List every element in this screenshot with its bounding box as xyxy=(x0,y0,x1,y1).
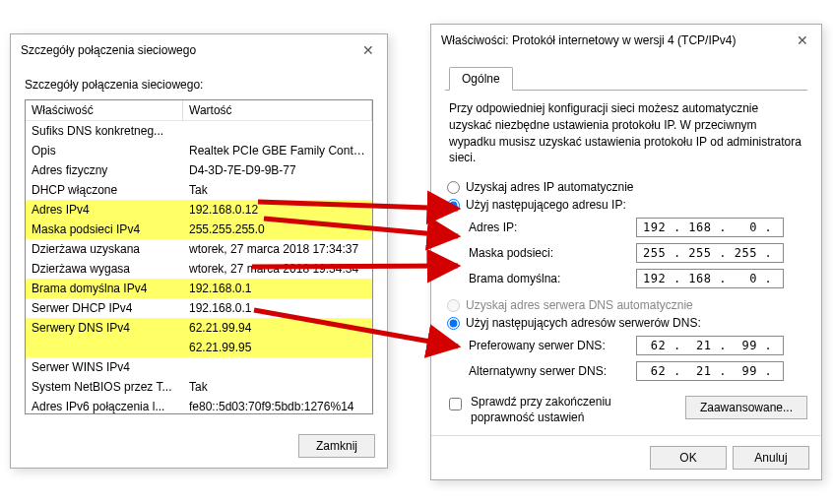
input-default-gateway[interactable] xyxy=(636,269,784,288)
tab-general[interactable]: Ogólne xyxy=(449,67,513,91)
property-cell: Serwer DHCP IPv4 xyxy=(26,298,183,318)
titlebar-left: Szczegóły połączenia sieciowego ✕ xyxy=(11,34,387,66)
property-cell: Adres fizyczny xyxy=(26,160,183,180)
property-cell: DHCP włączone xyxy=(26,180,183,200)
value-cell: 192.168.0.1 xyxy=(183,279,372,298)
table-row[interactable]: 62.21.99.95 xyxy=(26,338,372,357)
label-dns-manual: Użyj następujących adresów serwerów DNS: xyxy=(466,316,701,330)
table-row[interactable]: Dzierżawa uzyskanawtorek, 27 marca 2018 … xyxy=(26,239,372,259)
value-cell: wtorek, 27 marca 2018 19:34:34 xyxy=(183,259,372,279)
table-row[interactable]: OpisRealtek PCIe GBE Family Controller xyxy=(26,141,372,160)
property-cell: Serwery DNS IPv4 xyxy=(26,318,183,338)
table-row[interactable]: Serwer DHCP IPv4192.168.0.1 xyxy=(26,298,372,318)
close-button[interactable]: Zamknij xyxy=(298,434,375,458)
details-subtitle: Szczegóły połączenia sieciowego: xyxy=(25,78,373,92)
radio-ip-manual[interactable] xyxy=(447,199,460,212)
value-cell: Realtek PCIe GBE Family Controller xyxy=(183,141,372,160)
table-row[interactable]: Adres fizycznyD4-3D-7E-D9-9B-77 xyxy=(26,160,372,180)
column-header-property[interactable]: Właściwość xyxy=(26,100,183,121)
value-cell: 192.168.0.1 xyxy=(183,298,372,318)
label-ip-address: Adres IP: xyxy=(469,220,636,234)
cancel-button[interactable]: Anuluj xyxy=(733,446,809,470)
table-row[interactable]: DHCP włączoneTak xyxy=(26,180,372,200)
radio-ip-auto[interactable] xyxy=(447,181,460,194)
ok-button[interactable]: OK xyxy=(650,446,727,470)
value-cell: 62.21.99.95 xyxy=(183,338,372,357)
property-cell: Maska podsieci IPv4 xyxy=(26,220,183,239)
label-preferred-dns: Preferowany serwer DNS: xyxy=(469,339,636,352)
label-dns-auto: Uzyskaj adres serwera DNS automatycznie xyxy=(466,298,693,312)
value-cell xyxy=(183,121,372,141)
table-row[interactable]: Dzierżawa wygasawtorek, 27 marca 2018 19… xyxy=(26,259,372,279)
table-row[interactable]: Maska podsieci IPv4255.255.255.0 xyxy=(26,220,372,239)
ipv4-properties-dialog: Właściwości: Protokół internetowy w wers… xyxy=(430,24,822,480)
table-row[interactable]: System NetBIOS przez T...Tak xyxy=(26,377,372,397)
property-cell: Brama domyślna IPv4 xyxy=(26,279,183,298)
radio-dns-manual[interactable] xyxy=(447,317,460,330)
label-subnet-mask: Maska podsieci: xyxy=(469,246,636,260)
input-preferred-dns[interactable] xyxy=(636,336,784,355)
label-ip-auto: Uzyskaj adres IP automatycznie xyxy=(466,180,634,194)
property-cell: Dzierżawa wygasa xyxy=(26,259,183,279)
value-cell: Tak xyxy=(183,377,372,397)
radio-dns-auto xyxy=(447,299,460,312)
table-row[interactable]: Serwery DNS IPv462.21.99.94 xyxy=(26,318,372,338)
column-header-value[interactable]: Wartość xyxy=(183,100,372,121)
property-cell: Sufiks DNS konkretneg... xyxy=(26,121,183,141)
property-cell: Serwer WINS IPv4 xyxy=(26,357,183,377)
input-alternate-dns[interactable] xyxy=(636,361,784,381)
table-row[interactable]: Serwer WINS IPv4 xyxy=(26,357,372,377)
value-cell: D4-3D-7E-D9-9B-77 xyxy=(183,160,372,180)
advanced-button[interactable]: Zaawansowane... xyxy=(685,396,807,419)
description-text: Przy odpowiedniej konfiguracji sieci moż… xyxy=(449,100,803,166)
input-subnet-mask[interactable] xyxy=(636,243,784,263)
checkbox-validate-settings[interactable] xyxy=(449,398,462,410)
window-title: Właściwości: Protokół internetowy w wers… xyxy=(441,33,794,47)
table-row[interactable]: Sufiks DNS konkretneg... xyxy=(26,121,372,141)
value-cell: Tak xyxy=(183,180,372,200)
close-icon[interactable]: ✕ xyxy=(359,42,377,58)
window-title: Szczegóły połączenia sieciowego xyxy=(21,43,359,57)
tab-strip: Ogólne xyxy=(445,66,807,91)
table-row[interactable]: Brama domyślna IPv4192.168.0.1 xyxy=(26,279,372,298)
value-cell: 62.21.99.94 xyxy=(183,318,372,338)
value-cell: fe80::5d03:70f9:5bdb:1276%14 xyxy=(183,397,372,414)
property-cell: Adres IPv6 połączenia l... xyxy=(26,397,183,414)
table-row[interactable]: Adres IPv6 połączenia l...fe80::5d03:70f… xyxy=(26,397,372,414)
table-row[interactable]: Adres IPv4192.168.0.12 xyxy=(26,200,372,220)
value-cell: 255.255.255.0 xyxy=(183,220,372,239)
property-cell: Opis xyxy=(26,141,183,160)
input-ip-address[interactable] xyxy=(636,218,784,237)
property-cell: Dzierżawa uzyskana xyxy=(26,239,183,259)
property-cell: System NetBIOS przez T... xyxy=(26,377,183,397)
titlebar-right: Właściwości: Protokół internetowy w wers… xyxy=(431,25,821,56)
label-alternate-dns: Alternatywny serwer DNS: xyxy=(469,364,636,378)
label-default-gateway: Brama domyślna: xyxy=(469,272,636,285)
close-icon[interactable]: ✕ xyxy=(794,32,811,48)
property-cell xyxy=(26,338,183,357)
details-list[interactable]: Właściwość Wartość Sufiks DNS konkretneg… xyxy=(25,99,373,414)
value-cell: 192.168.0.12 xyxy=(183,200,372,220)
value-cell: wtorek, 27 marca 2018 17:34:37 xyxy=(183,239,372,259)
label-ip-manual: Użyj następującego adresu IP: xyxy=(466,198,626,212)
network-details-dialog: Szczegóły połączenia sieciowego ✕ Szczeg… xyxy=(10,33,388,469)
label-validate-settings: Sprawdź przy zakończeniu poprawność usta… xyxy=(471,395,677,425)
value-cell xyxy=(183,357,372,377)
property-cell: Adres IPv4 xyxy=(26,200,183,220)
